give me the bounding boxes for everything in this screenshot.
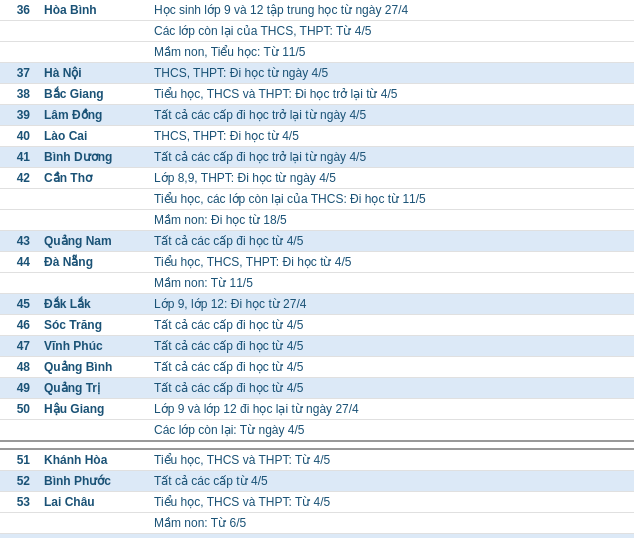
schedule-info: Mầm non: Từ 11/5: [148, 273, 634, 294]
schedule-info: Tiểu học, các lớp còn lại của THCS: Đi h…: [148, 189, 634, 210]
row-number: 44: [0, 252, 38, 273]
province-name: Quảng Trị: [38, 378, 148, 399]
schedule-info: Tiểu học, THCS, THPT: Đi học từ 4/5: [148, 252, 634, 273]
table-row: Mầm non, Tiểu học: Từ 11/5: [0, 42, 634, 63]
row-number: 49: [0, 378, 38, 399]
row-number: 40: [0, 126, 38, 147]
row-number: [0, 189, 38, 210]
province-name: Hà Nội: [38, 63, 148, 84]
row-number: [0, 273, 38, 294]
schedule-info: Tất cả các cấp đi học từ 4/5: [148, 315, 634, 336]
table-row: 48Quảng BìnhTất cả các cấp đi học từ 4/5: [0, 357, 634, 378]
table-row: 44Đà NẵngTiểu học, THCS, THPT: Đi học từ…: [0, 252, 634, 273]
row-number: 52: [0, 471, 38, 492]
table-row: 54Trà VinhTất cả các cấp từ 4/5: [0, 534, 634, 539]
province-name: [38, 21, 148, 42]
table-row: 47Vĩnh PhúcTất cả các cấp đi học từ 4/5: [0, 336, 634, 357]
row-number: [0, 42, 38, 63]
row-number: [0, 21, 38, 42]
schedule-info: Lớp 9, lớp 12: Đi học từ 27/4: [148, 294, 634, 315]
province-name: Quảng Nam: [38, 231, 148, 252]
table-row: 42Cần ThơLớp 8,9, THPT: Đi học từ ngày 4…: [0, 168, 634, 189]
schedule-info: Học sinh lớp 9 và 12 tập trung học từ ng…: [148, 0, 634, 21]
separator-row: [0, 441, 634, 449]
schedule-info: Lớp 9 và lớp 12 đi học lại từ ngày 27/4: [148, 399, 634, 420]
row-number: 43: [0, 231, 38, 252]
table-row: 49Quảng TrịTất cả các cấp đi học từ 4/5: [0, 378, 634, 399]
province-name: Lai Châu: [38, 492, 148, 513]
schedule-info: Mầm non, Tiểu học: Từ 11/5: [148, 42, 634, 63]
province-name: Hậu Giang: [38, 399, 148, 420]
province-name: Lào Cai: [38, 126, 148, 147]
province-name: Bắc Giang: [38, 84, 148, 105]
row-number: 51: [0, 449, 38, 471]
schedule-info: Tất cả các cấp từ 4/5: [148, 471, 634, 492]
schedule-info: Tất cả các cấp đi học từ 4/5: [148, 231, 634, 252]
table-row: 46Sóc TrăngTất cả các cấp đi học từ 4/5: [0, 315, 634, 336]
province-name: [38, 210, 148, 231]
row-number: 50: [0, 399, 38, 420]
province-name: Đà Nẵng: [38, 252, 148, 273]
schedule-info: Mầm non: Từ 6/5: [148, 513, 634, 534]
schedule-info: Tất cả các cấp đi học trở lại từ ngày 4/…: [148, 105, 634, 126]
province-name: Trà Vinh: [38, 534, 148, 539]
province-name: Bình Phước: [38, 471, 148, 492]
schedule-info: Lớp 8,9, THPT: Đi học từ ngày 4/5: [148, 168, 634, 189]
province-name: [38, 273, 148, 294]
table-row: 38Bắc GiangTiểu học, THCS và THPT: Đi họ…: [0, 84, 634, 105]
province-name: [38, 420, 148, 442]
table-row: 37Hà NộiTHCS, THPT: Đi học từ ngày 4/5: [0, 63, 634, 84]
row-number: 53: [0, 492, 38, 513]
row-number: 46: [0, 315, 38, 336]
schedule-info: Tất cả các cấp đi học từ 4/5: [148, 378, 634, 399]
table-row: 52Bình PhướcTất cả các cấp từ 4/5: [0, 471, 634, 492]
table-row: 53Lai ChâuTiểu học, THCS và THPT: Từ 4/5: [0, 492, 634, 513]
table-row: 36Hòa BìnhHọc sinh lớp 9 và 12 tập trung…: [0, 0, 634, 21]
schedule-info: Các lớp còn lại: Từ ngày 4/5: [148, 420, 634, 442]
row-number: 41: [0, 147, 38, 168]
table-row: 43Quảng NamTất cả các cấp đi học từ 4/5: [0, 231, 634, 252]
schedule-info: Các lớp còn lại của THCS, THPT: Từ 4/5: [148, 21, 634, 42]
table-row: 45Đắk LắkLớp 9, lớp 12: Đi học từ 27/4: [0, 294, 634, 315]
province-name: Vĩnh Phúc: [38, 336, 148, 357]
province-name: Sóc Trăng: [38, 315, 148, 336]
row-number: [0, 420, 38, 442]
table-row: Các lớp còn lại: Từ ngày 4/5: [0, 420, 634, 442]
row-number: [0, 210, 38, 231]
schedule-info: Tiểu học, THCS và THPT: Đi học trở lại t…: [148, 84, 634, 105]
table-row: 41Bình DươngTất cả các cấp đi học trở lạ…: [0, 147, 634, 168]
row-number: 45: [0, 294, 38, 315]
province-name: [38, 189, 148, 210]
table-row: 51Khánh HòaTiểu học, THCS và THPT: Từ 4/…: [0, 449, 634, 471]
row-number: 54: [0, 534, 38, 539]
table-row: 40Lào CaiTHCS, THPT: Đi học từ 4/5: [0, 126, 634, 147]
province-name: Cần Thơ: [38, 168, 148, 189]
table-row: Các lớp còn lại của THCS, THPT: Từ 4/5: [0, 21, 634, 42]
row-number: 39: [0, 105, 38, 126]
schedule-info: Tất cả các cấp từ 4/5: [148, 534, 634, 539]
table-row: 50Hậu GiangLớp 9 và lớp 12 đi học lại từ…: [0, 399, 634, 420]
schedule-table: 36Hòa BìnhHọc sinh lớp 9 và 12 tập trung…: [0, 0, 634, 538]
row-number: [0, 513, 38, 534]
schedule-info: Tất cả các cấp đi học từ 4/5: [148, 357, 634, 378]
province-name: Đắk Lắk: [38, 294, 148, 315]
province-name: Quảng Bình: [38, 357, 148, 378]
table-row: Mầm non: Từ 6/5: [0, 513, 634, 534]
schedule-info: Mầm non: Đi học từ 18/5: [148, 210, 634, 231]
schedule-info: Tiểu học, THCS và THPT: Từ 4/5: [148, 492, 634, 513]
row-number: 48: [0, 357, 38, 378]
province-name: Bình Dương: [38, 147, 148, 168]
schedule-info: THCS, THPT: Đi học từ ngày 4/5: [148, 63, 634, 84]
table-row: Tiểu học, các lớp còn lại của THCS: Đi h…: [0, 189, 634, 210]
schedule-info: Tất cả các cấp đi học từ 4/5: [148, 336, 634, 357]
province-name: Lâm Đồng: [38, 105, 148, 126]
province-name: [38, 42, 148, 63]
row-number: 37: [0, 63, 38, 84]
schedule-info: Tất cả các cấp đi học trở lại từ ngày 4/…: [148, 147, 634, 168]
row-number: 36: [0, 0, 38, 21]
province-name: [38, 513, 148, 534]
table-row: Mầm non: Từ 11/5: [0, 273, 634, 294]
province-name: Khánh Hòa: [38, 449, 148, 471]
row-number: 47: [0, 336, 38, 357]
schedule-info: Tiểu học, THCS và THPT: Từ 4/5: [148, 449, 634, 471]
